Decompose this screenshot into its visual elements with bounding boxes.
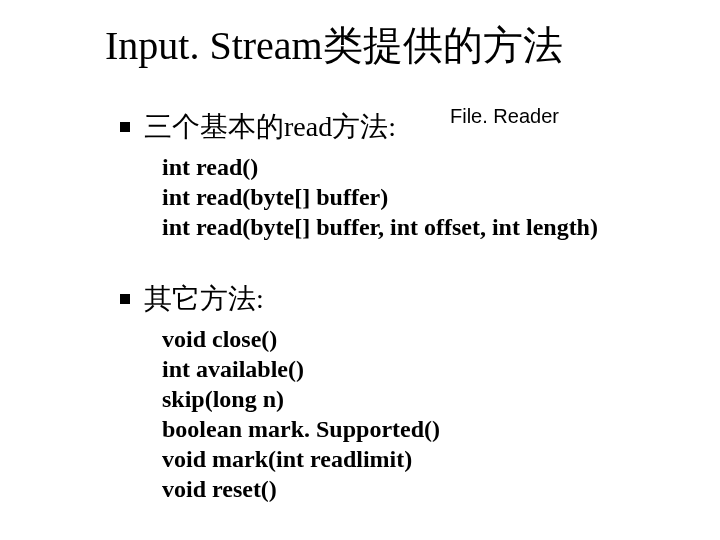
- section-heading: 其它方法:: [144, 280, 264, 318]
- slide-title: Input. Stream类提供的方法: [105, 18, 563, 73]
- square-bullet-icon: [120, 122, 130, 132]
- list-item: int read(byte[] buffer): [162, 182, 598, 212]
- method-list: void close() int available() skip(long n…: [162, 324, 440, 504]
- list-item: void reset(): [162, 474, 440, 504]
- section-read-methods: 三个基本的read方法: int read() int read(byte[] …: [120, 108, 598, 242]
- section-heading: 三个基本的read方法:: [144, 108, 396, 146]
- list-item: void close(): [162, 324, 440, 354]
- list-item: int read(byte[] buffer, int offset, int …: [162, 212, 598, 242]
- list-item: void mark(int readlimit): [162, 444, 440, 474]
- list-item: skip(long n): [162, 384, 440, 414]
- bullet-item: 其它方法:: [120, 280, 440, 318]
- list-item: boolean mark. Supported(): [162, 414, 440, 444]
- square-bullet-icon: [120, 294, 130, 304]
- bullet-item: 三个基本的read方法:: [120, 108, 598, 146]
- list-item: int available(): [162, 354, 440, 384]
- section-other-methods: 其它方法: void close() int available() skip(…: [120, 280, 440, 504]
- method-list: int read() int read(byte[] buffer) int r…: [162, 152, 598, 242]
- list-item: int read(): [162, 152, 598, 182]
- slide: Input. Stream类提供的方法 File. Reader 三个基本的re…: [0, 0, 720, 540]
